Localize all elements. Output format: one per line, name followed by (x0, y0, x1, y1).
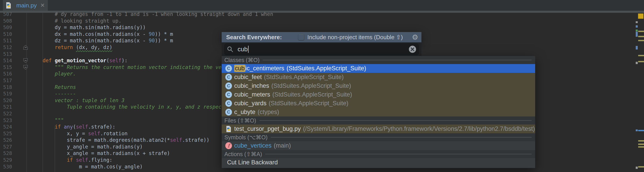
include-non-project-label: Include non-project items (Double ⇧) (308, 34, 403, 41)
line-number: 513 (3, 51, 12, 58)
function-icon: f (225, 142, 232, 149)
text-caret (248, 46, 248, 53)
line-number: 530 (3, 164, 12, 170)
stripe-mark[interactable] (638, 61, 644, 62)
tab-main-py[interactable]: main.py ✕ (3, 0, 48, 11)
stripe-mark[interactable] (638, 144, 644, 145)
stripe-mark[interactable] (636, 25, 638, 28)
result-location: (main) (274, 142, 291, 149)
result-row[interactable]: Ccubic_meters(StdSuites.AppleScript_Suit… (222, 90, 535, 99)
result-row[interactable]: Ccubic_centimeters(StdSuites.AppleScript… (222, 64, 535, 73)
code-line: # looking straight up. (30, 18, 273, 24)
class-icon: C (225, 100, 232, 107)
section-rule (259, 120, 532, 121)
result-row[interactable]: Ccubic_feet(StdSuites.AppleScript_Suite) (222, 73, 535, 82)
code-line: # dy ranges from -1 to 1 and is -1 when … (30, 11, 273, 18)
line-number: 522 (3, 110, 12, 117)
line-number: 526 (3, 137, 12, 144)
result-name: cubic_meters (234, 91, 270, 98)
results-section-header: Classes (⌘O) (222, 56, 535, 64)
stripe-mark[interactable] (638, 36, 644, 37)
section-label: Classes (⌘O) (224, 57, 260, 64)
results-section-header: Symbols (⌥⌘O) (222, 133, 535, 141)
results-section-header: Actions (⇧⌘A) (222, 150, 535, 158)
gutter-fold-line (26, 13, 27, 172)
python-file-icon (225, 126, 232, 132)
line-number: 520 (3, 97, 12, 104)
line-number: 507 (3, 11, 12, 18)
result-name: Cut Line Backward (227, 159, 278, 166)
section-label: Actions (⇧⌘A) (224, 151, 262, 158)
stripe-mark[interactable] (636, 62, 638, 64)
result-row[interactable]: Cut Line Backward (222, 158, 535, 167)
section-label: Symbols (⌥⌘O) (224, 134, 268, 141)
section-rule (265, 154, 532, 154)
result-location: (ctypes) (258, 108, 279, 116)
section-rule (263, 60, 532, 60)
search-everywhere-header: Search Everywhere: Include non-project i… (222, 32, 422, 42)
section-label: Files (⇧⌘O) (224, 117, 256, 124)
python-file-icon (5, 2, 12, 9)
clear-search-icon[interactable] (409, 46, 416, 54)
popup-title: Search Everywhere: (226, 34, 282, 41)
line-number: 524 (3, 124, 12, 130)
stripe-mark[interactable] (636, 21, 638, 23)
stripe-mark[interactable] (638, 140, 644, 142)
line-number: 523 (3, 117, 12, 124)
stripe-mark[interactable] (638, 55, 644, 56)
search-results-list[interactable]: Classes (⌘O)Ccubic_centimeters(StdSuites… (222, 56, 535, 168)
stripe-mark[interactable] (636, 30, 638, 31)
stripe-mark[interactable] (638, 166, 644, 168)
fold-end-icon[interactable] (23, 45, 28, 51)
class-icon: C (225, 65, 232, 72)
line-number-gutter: 5075085095105115125135145155165175185195… (3, 11, 12, 170)
line-number: 508 (3, 18, 12, 24)
line-number: 528 (3, 150, 12, 157)
result-row[interactable]: Ccubic_yards(StdSuites.AppleScript_Suite… (222, 99, 535, 108)
stripe-mark[interactable] (638, 146, 644, 148)
search-icon (227, 46, 234, 53)
stripe-mark[interactable] (636, 166, 638, 169)
line-number: 514 (3, 57, 12, 64)
result-name: cubic_inches (234, 82, 269, 89)
line-number: 512 (3, 44, 12, 51)
line-number: 510 (3, 31, 12, 38)
result-name: test_cursor_pget_bug.py (234, 126, 301, 132)
include-non-project-checkbox[interactable] (298, 34, 304, 40)
pycharm-window: main.py ✕ 507508509510511512513514515516… (0, 0, 644, 172)
stripe-mark[interactable] (638, 31, 644, 32)
editor-tab-bar: main.py ✕ (0, 0, 644, 11)
line-number: 517 (3, 77, 12, 84)
result-location: (StdSuites.AppleScript_Suite) (272, 91, 352, 98)
error-stripe[interactable] (634, 13, 644, 172)
fold-start-icon[interactable] (23, 65, 28, 71)
stripe-mark[interactable] (638, 130, 644, 131)
line-number: 515 (3, 64, 12, 71)
line-number: 509 (3, 24, 12, 31)
stripe-mark[interactable] (636, 32, 638, 37)
tab-close-icon[interactable]: ✕ (40, 2, 45, 8)
line-number: 527 (3, 144, 12, 150)
class-icon: C (225, 92, 232, 98)
result-name: cubic_yards (234, 100, 266, 107)
result-row[interactable]: Ccubic_inches(StdSuites.AppleScript_Suit… (222, 82, 535, 90)
result-row[interactable]: test_cursor_pget_bug.py(/System/Library/… (222, 124, 535, 133)
fold-start-icon[interactable] (23, 58, 28, 64)
result-name: cube_vertices (234, 142, 272, 149)
line-number: 529 (3, 157, 12, 164)
analysis-status-square[interactable] (638, 14, 644, 19)
stripe-mark[interactable] (636, 130, 638, 131)
result-location: (StdSuites.AppleScript_Suite) (272, 82, 351, 89)
result-location: (StdSuites.AppleScript_Suite) (286, 65, 366, 72)
result-location: (StdSuites.AppleScript_Suite) (264, 74, 344, 80)
stripe-mark[interactable] (638, 40, 644, 41)
stripe-mark[interactable] (636, 46, 638, 50)
search-input[interactable]: cub (224, 44, 419, 55)
gear-icon[interactable]: ⚙ (412, 34, 418, 41)
search-input-row: cub (222, 42, 422, 56)
section-rule (271, 137, 532, 138)
line-number: 519 (3, 90, 12, 97)
line-number: 521 (3, 104, 12, 110)
result-row[interactable]: Cc_ubyte(ctypes) (222, 108, 535, 116)
result-row[interactable]: fcube_vertices(main) (222, 141, 535, 150)
